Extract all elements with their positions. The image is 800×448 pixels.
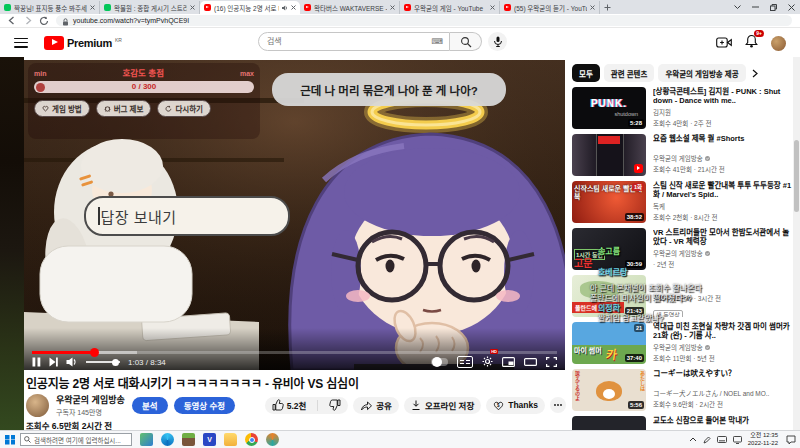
browser-tab-1[interactable]: 짝꿍님! 표지등 풍수 봐주세요! — [0, 1, 100, 14]
address-bar[interactable]: youtube.com/watch?v=tymPvhQCE9I — [56, 15, 792, 26]
offline-save-button[interactable]: 오프라인 저장 — [404, 397, 481, 414]
video-title[interactable]: 역대급 미친 조현실 차량차 갓겜 마이 썸머카 21화 (완) - 기름 사.… — [653, 322, 793, 340]
volume-handle[interactable] — [112, 359, 119, 366]
tab-close-icon[interactable] — [190, 5, 195, 10]
fullscreen-icon[interactable] — [546, 353, 557, 370]
video-thumbnail[interactable]: 신작스팀 새로운 빨간내복 1화 38:52 — [572, 181, 646, 223]
related-video-item[interactable]: 訴えてるのよ あたしは 5:56 コーギーは吠えやすい？ コーギー犬ノエルさん … — [572, 369, 793, 411]
edit-video-button[interactable]: 동영상 수정 — [174, 397, 235, 414]
video-title[interactable]: 스팀 신작 새로운 빨간내복 투투 두두등장 #1화 / Marvel's Sp… — [653, 181, 793, 199]
chip-from-channel[interactable]: 우왁굳의 게임방송 제공 — [658, 64, 745, 82]
chip-related[interactable]: 관련 콘텐츠 — [604, 64, 655, 82]
tab-close-icon[interactable] — [390, 5, 395, 10]
video-player[interactable]: min 호감도 총점 max 0 / 300 게임 방법 버그 제보 다시하기 … — [24, 60, 565, 370]
game-app-icon[interactable] — [266, 433, 279, 446]
thanks-button[interactable]: $ Thanks — [486, 397, 545, 414]
video-channel[interactable]: 독케 — [653, 201, 793, 211]
scrollbar-thumb[interactable] — [794, 140, 799, 212]
minimize-button[interactable] — [746, 0, 764, 14]
related-video-item[interactable]: 신작스팀 새로운 빨간내복 1화 38:52 스팀 신작 새로운 빨간내복 투투… — [572, 181, 793, 223]
related-video-item[interactable]: 요즘 웹소설 제목 퀄 #Shorts 우왁굳의 게임방송 조회수 41만회 ·… — [572, 134, 793, 176]
back-icon[interactable] — [7, 16, 17, 25]
start-button[interactable] — [2, 432, 18, 448]
video-thumbnail[interactable] — [572, 134, 646, 176]
create-video-icon[interactable] — [716, 34, 732, 52]
video-channel[interactable]: 우왁굳의 게임방송 — [653, 153, 793, 163]
related-video-item[interactable]: 폴란드에 미사일이 21:43 조회수 12만회 · 3시간 전 새 동영상 — [572, 275, 793, 317]
tab-close-icon[interactable] — [291, 5, 296, 10]
tray-pen-icon[interactable] — [703, 436, 711, 444]
browser-tab-4[interactable]: 왁타버스 WAKTAVERSE - YouTu — [300, 1, 400, 14]
minecraft-icon[interactable] — [182, 433, 195, 446]
subtitles-icon[interactable] — [457, 356, 473, 368]
maximize-button[interactable] — [764, 0, 782, 14]
volume-slider[interactable] — [86, 361, 120, 363]
autoplay-toggle[interactable] — [431, 358, 448, 366]
share-button[interactable]: 공유 — [353, 397, 399, 414]
tray-chevron-up-icon[interactable] — [689, 437, 697, 442]
video-title[interactable] — [653, 275, 793, 292]
video-thumbnail[interactable]: 訴えてるのよ あたしは 5:56 — [572, 369, 646, 411]
keyboard-icon[interactable]: ⌨ — [431, 37, 443, 46]
edge-icon[interactable] — [161, 433, 174, 446]
tab-close-icon[interactable] — [490, 5, 495, 10]
tray-keyboard-icon[interactable] — [717, 436, 727, 443]
voice-search-button[interactable] — [488, 32, 507, 51]
search-input-box[interactable]: ⌨ — [258, 32, 450, 51]
channel-name[interactable]: 우왁굳의 게임방송 — [56, 393, 125, 406]
video-thumbnail[interactable]: PUNK. shutdown 5:28 — [572, 87, 646, 129]
next-button[interactable] — [49, 353, 58, 370]
related-video-item[interactable]: 마이 썸머 카 21 37:40 역대급 미친 조현실 차량차 갓겜 마이 썸머… — [572, 322, 793, 364]
taskbar-clock[interactable]: 오전 12:35 2022-11-22 — [748, 432, 778, 447]
taskbar-search[interactable]: 검색하려면 여기에 입력하십시... — [20, 433, 132, 446]
video-title[interactable]: VR 스트리머들만 모아서 한밤도서관에서 놀았다 - VR 체력장 — [653, 228, 793, 246]
chrome-icon[interactable] — [245, 433, 258, 446]
miniplayer-icon[interactable] — [502, 353, 515, 370]
bug-report-button[interactable]: 버그 제보 — [96, 100, 152, 117]
video-thumbnail[interactable]: 폴란드에 미사일이 21:43 — [572, 275, 646, 317]
retry-button[interactable]: 다시하기 — [157, 100, 211, 117]
browser-tab-5[interactable]: 우왁굳의 게임 - YouTube — [400, 1, 500, 14]
related-video-item[interactable]: 교도소 신참으로 들어본 막내가 — [572, 416, 793, 430]
search-button[interactable] — [450, 32, 482, 51]
related-video-item[interactable]: 1시간 동안 고문 30:59 VR 스트리머들만 모아서 한밤도서관에서 놀았… — [572, 228, 793, 270]
reply-input[interactable]: 답장 보내기 — [84, 196, 290, 236]
volume-icon[interactable] — [66, 353, 78, 370]
pause-button[interactable] — [32, 353, 41, 370]
reload-icon[interactable] — [39, 16, 49, 26]
chips-next-icon[interactable] — [752, 69, 758, 78]
video-title[interactable]: 요즘 웹소설 제목 퀄 #Shorts — [653, 134, 793, 151]
v-app-icon[interactable]: V — [203, 433, 216, 446]
tab-audio-icon[interactable] — [282, 5, 288, 11]
video-channel[interactable]: コーギー犬ノエルさん / NOEL and MO.. — [653, 388, 793, 398]
video-thumbnail[interactable]: 마이 썸머 카 21 37:40 — [572, 322, 646, 364]
video-thumbnail[interactable] — [572, 416, 646, 430]
channel-name-row[interactable]: 우왁굳의 게임방송 — [56, 393, 126, 406]
browser-tab-6[interactable]: (55) 우왁굳의 듣기 - YouTube — [500, 1, 600, 14]
theater-mode-icon[interactable] — [524, 353, 537, 370]
related-video-item[interactable]: PUNK. shutdown 5:28 [상황극콘테스트] 김지원 - PUNK… — [572, 87, 793, 129]
tab-search-chevron-icon[interactable] — [728, 0, 746, 14]
video-title[interactable]: 교도소 신참으로 들어본 막내가 — [653, 416, 793, 430]
close-window-button[interactable] — [782, 0, 800, 14]
video-title[interactable]: [상황극콘테스트] 김지원 - PUNK : Shut down - Dance… — [653, 87, 793, 105]
video-channel[interactable]: 김지원 — [653, 107, 793, 117]
tab-close-icon[interactable] — [590, 5, 595, 10]
action-center-icon[interactable] — [784, 433, 797, 446]
video-title[interactable]: コーギーは吠えやすい？ — [653, 369, 793, 386]
like-button[interactable]: 5.2천 — [265, 399, 314, 411]
page-scrollbar[interactable] — [793, 57, 800, 430]
more-actions-button[interactable] — [550, 397, 566, 413]
file-explorer-icon[interactable] — [224, 433, 237, 446]
new-tab-button[interactable] — [600, 1, 614, 14]
video-channel[interactable]: 우왁굳의 게임방송 — [653, 248, 793, 258]
analyze-button[interactable]: 분석 — [132, 397, 168, 414]
tray-display-icon[interactable] — [733, 436, 742, 444]
browser-tab-2[interactable]: 왁물원 : 종합 게시기 스트리머 — [100, 1, 200, 14]
game-method-button[interactable]: 게임 방법 — [34, 100, 90, 117]
menu-icon[interactable] — [14, 38, 28, 48]
video-channel[interactable]: 우왁굳의 게임방송 — [653, 342, 793, 352]
photos-app-icon[interactable] — [140, 433, 153, 446]
notifications-button[interactable]: 9+ — [745, 34, 758, 52]
tab-close-icon[interactable] — [90, 5, 95, 10]
